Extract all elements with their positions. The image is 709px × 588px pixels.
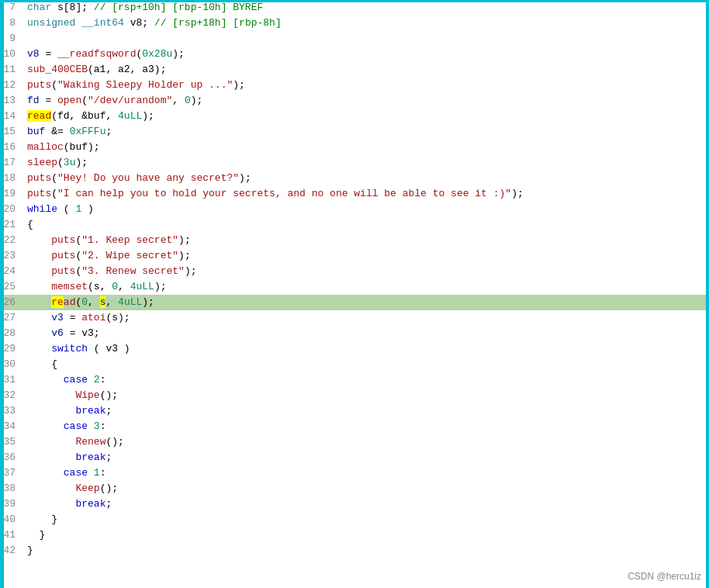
code-line: 23 puts("2. Wipe secret"); [0,248,709,264]
code-line: 30 { [0,357,709,372]
code-area: 7 char s[8]; // [rsp+10h] [rbp-10h] BYRE… [0,0,709,559]
code-line: 25 memset(s, 0, 4uLL); [0,279,709,295]
line-content: v3 = atoi(s); [23,310,709,326]
line-content: fd = open("/dev/urandom", 0); [23,93,709,109]
line-content: malloc(buf); [23,140,709,155]
line-content: Keep(); [23,481,709,496]
code-line: 7 char s[8]; // [rsp+10h] [rbp-10h] BYRE… [0,0,709,16]
code-line: 33 break; [0,403,709,419]
code-line: 17 sleep(3u); [0,155,709,171]
code-line: 42 } [0,543,709,559]
code-line: 15 buf &= 0xFFFu; [0,124,709,140]
line-content: read(fd, &buf, 4uLL); [23,109,709,124]
code-line: 35 Renew(); [0,434,709,450]
line-content: break; [23,496,709,512]
line-content: case 2: [23,372,709,388]
line-content: char s[8]; // [rsp+10h] [rbp-10h] BYREF [23,0,709,16]
code-line-highlighted: 26 read(0, s, 4uLL); [0,295,709,310]
code-line: 12 puts("Waking Sleepy Holder up ..."); [0,78,709,93]
right-border [706,0,709,588]
code-line: 40 } [0,512,709,527]
code-line: 36 break; [0,450,709,465]
line-content: sub_400CEB(a1, a2, a3); [23,62,709,78]
line-content: } [23,527,709,543]
code-line: 38 Keep(); [0,481,709,496]
code-line: 11 sub_400CEB(a1, a2, a3); [0,62,709,78]
line-content: } [23,543,709,559]
line-content: puts("3. Renew secret"); [23,264,709,279]
line-content: puts("2. Wipe secret"); [23,248,709,264]
line-content: sleep(3u); [23,155,709,171]
code-line: 24 puts("3. Renew secret"); [0,264,709,279]
code-line: 8 unsigned __int64 v8; // [rsp+18h] [rbp… [0,16,709,31]
line-content: read(0, s, 4uLL); [23,295,709,310]
footer-text: CSDN @hercu1iz [628,571,701,582]
line-content: Wipe(); [23,388,709,403]
line-content: v6 = v3; [23,326,709,341]
editor-container: 7 char s[8]; // [rsp+10h] [rbp-10h] BYRE… [0,0,709,588]
code-line: 20 while ( 1 ) [0,202,709,217]
code-line: 14 read(fd, &buf, 4uLL); [0,109,709,124]
line-content: Renew(); [23,434,709,450]
line-content: memset(s, 0, 4uLL); [23,279,709,295]
code-line: 31 case 2: [0,372,709,388]
line-content: puts("Hey! Do you have any secret?"); [23,171,709,186]
code-line: 41 } [0,527,709,543]
line-content: puts("1. Keep secret"); [23,233,709,248]
line-content: buf &= 0xFFFu; [23,124,709,140]
code-line: 22 puts("1. Keep secret"); [0,233,709,248]
line-content: { [23,357,709,372]
code-line: 29 switch ( v3 ) [0,341,709,357]
line-content: while ( 1 ) [23,202,709,217]
line-content: puts("Waking Sleepy Holder up ..."); [23,78,709,93]
line-content: switch ( v3 ) [23,341,709,357]
code-line: 27 v3 = atoi(s); [0,310,709,326]
line-content: { [23,217,709,233]
line-content: v8 = __readfsqword(0x28u); [23,47,709,62]
left-border [0,0,4,588]
top-border [0,0,709,2]
line-content: unsigned __int64 v8; // [rsp+18h] [rbp-8… [23,16,709,31]
line-content: case 1: [23,465,709,481]
line-content: break; [23,403,709,419]
code-line: 13 fd = open("/dev/urandom", 0); [0,93,709,109]
line-content: puts("I can help you to hold your secret… [23,186,709,202]
code-line: 9 [0,31,709,47]
line-content: } [23,512,709,527]
code-line: 37 case 1: [0,465,709,481]
code-line: 34 case 3: [0,419,709,434]
code-line: 16 malloc(buf); [0,140,709,155]
code-line: 28 v6 = v3; [0,326,709,341]
code-line: 32 Wipe(); [0,388,709,403]
line-content: case 3: [23,419,709,434]
code-line: 39 break; [0,496,709,512]
code-line: 10 v8 = __readfsqword(0x28u); [0,47,709,62]
code-line: 19 puts("I can help you to hold your sec… [0,186,709,202]
code-line: 18 puts("Hey! Do you have any secret?"); [0,171,709,186]
line-content: break; [23,450,709,465]
code-line: 21 { [0,217,709,233]
